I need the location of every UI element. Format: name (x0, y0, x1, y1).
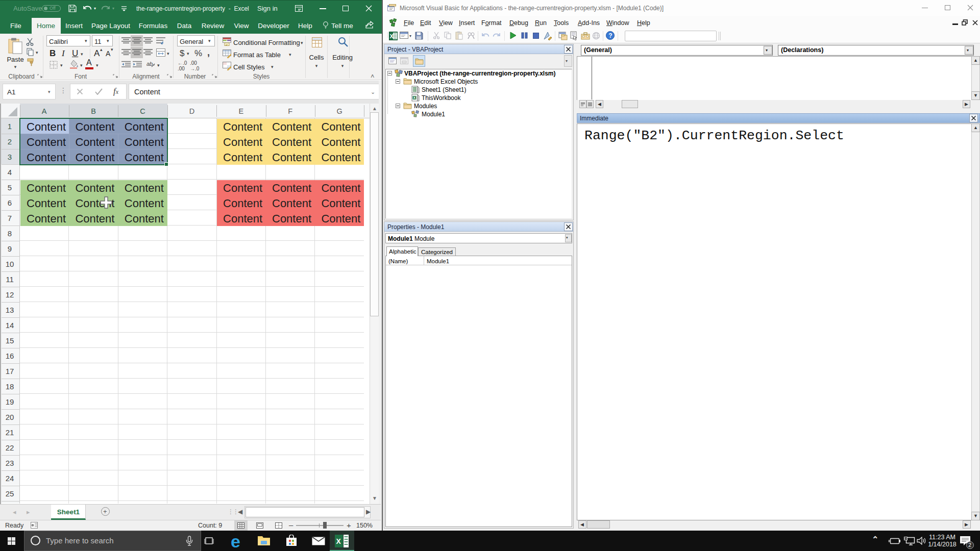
svg-text:ab: ab (146, 61, 153, 67)
svg-text:X: X (336, 537, 341, 545)
svg-text:X: X (413, 96, 416, 99)
svg-text:?: ? (608, 32, 612, 39)
svg-text:X: X (390, 33, 394, 39)
